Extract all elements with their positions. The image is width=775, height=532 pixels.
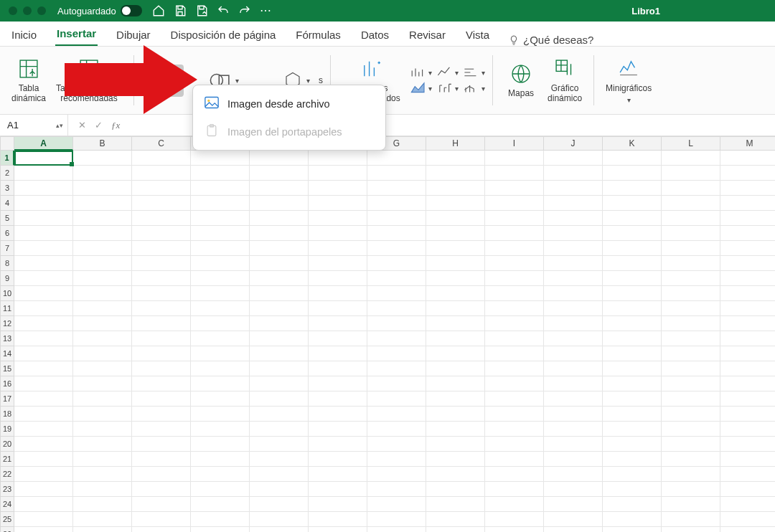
cell[interactable] bbox=[14, 166, 73, 181]
cell[interactable] bbox=[73, 376, 132, 391]
cell[interactable] bbox=[485, 467, 544, 482]
cell[interactable] bbox=[367, 437, 426, 452]
column-header[interactable]: B bbox=[73, 136, 132, 151]
cell[interactable] bbox=[603, 166, 662, 181]
cell[interactable] bbox=[309, 376, 367, 391]
name-box[interactable]: A1 ▴▾ bbox=[0, 115, 68, 136]
cell[interactable] bbox=[250, 527, 309, 532]
minimize-window-icon[interactable] bbox=[23, 6, 32, 15]
cell[interactable] bbox=[132, 226, 191, 241]
cell[interactable] bbox=[720, 331, 775, 346]
cell[interactable] bbox=[191, 241, 250, 256]
cell[interactable] bbox=[191, 376, 250, 391]
cell[interactable] bbox=[73, 391, 132, 407]
cell[interactable] bbox=[720, 407, 775, 422]
cell[interactable] bbox=[309, 391, 367, 407]
cell[interactable] bbox=[191, 407, 250, 422]
cell[interactable] bbox=[250, 241, 309, 256]
cell[interactable] bbox=[73, 497, 132, 512]
cell[interactable] bbox=[250, 151, 309, 166]
cell[interactable] bbox=[485, 497, 544, 512]
cell[interactable] bbox=[73, 286, 132, 301]
cell[interactable] bbox=[544, 346, 603, 361]
cell[interactable] bbox=[309, 181, 367, 196]
cell[interactable] bbox=[603, 361, 662, 376]
cell[interactable] bbox=[720, 166, 775, 181]
cell[interactable] bbox=[720, 422, 775, 437]
cell[interactable] bbox=[485, 391, 544, 407]
cell[interactable] bbox=[720, 437, 775, 452]
cell[interactable] bbox=[603, 316, 662, 331]
cell[interactable] bbox=[132, 151, 191, 166]
cell[interactable] bbox=[73, 241, 132, 256]
cell[interactable] bbox=[544, 316, 603, 331]
cell[interactable] bbox=[720, 196, 775, 211]
cell[interactable] bbox=[367, 346, 426, 361]
cell[interactable] bbox=[603, 181, 662, 196]
cell[interactable] bbox=[544, 482, 603, 497]
cell[interactable] bbox=[132, 256, 191, 271]
cell[interactable] bbox=[603, 407, 662, 422]
statistical-chart-button[interactable]: ▾ bbox=[436, 82, 459, 95]
cell[interactable] bbox=[132, 527, 191, 532]
cell[interactable] bbox=[191, 497, 250, 512]
maps-button[interactable]: Mapas bbox=[500, 59, 542, 102]
tell-me-search[interactable]: ¿Qué deseas? bbox=[508, 34, 593, 46]
tab-vista[interactable]: Vista bbox=[464, 24, 491, 46]
cell[interactable] bbox=[485, 512, 544, 527]
cell[interactable] bbox=[309, 527, 367, 532]
cell[interactable] bbox=[485, 346, 544, 361]
cell[interactable] bbox=[191, 527, 250, 532]
cell[interactable] bbox=[485, 452, 544, 467]
cell[interactable] bbox=[191, 151, 250, 166]
cell[interactable] bbox=[485, 361, 544, 376]
cell[interactable] bbox=[367, 196, 426, 211]
cell[interactable] bbox=[603, 422, 662, 437]
cell[interactable] bbox=[367, 512, 426, 527]
cell[interactable] bbox=[367, 181, 426, 196]
cell[interactable] bbox=[603, 376, 662, 391]
cell[interactable] bbox=[191, 346, 250, 361]
cell[interactable] bbox=[250, 497, 309, 512]
cell[interactable] bbox=[14, 256, 73, 271]
cell[interactable] bbox=[73, 256, 132, 271]
cell[interactable] bbox=[14, 452, 73, 467]
area-chart-button[interactable]: ▾ bbox=[410, 82, 432, 95]
cell[interactable] bbox=[250, 512, 309, 527]
cell[interactable] bbox=[426, 211, 485, 226]
cell[interactable] bbox=[544, 452, 603, 467]
cell[interactable] bbox=[250, 391, 309, 407]
cell[interactable] bbox=[662, 422, 720, 437]
cell[interactable] bbox=[603, 512, 662, 527]
cell[interactable] bbox=[73, 512, 132, 527]
cell[interactable] bbox=[14, 331, 73, 346]
cell[interactable] bbox=[426, 286, 485, 301]
cell[interactable] bbox=[603, 331, 662, 346]
cell[interactable] bbox=[426, 151, 485, 166]
cell[interactable] bbox=[544, 422, 603, 437]
column-chart-button[interactable]: ▾ bbox=[410, 66, 432, 79]
tab-revisar[interactable]: Revisar bbox=[408, 24, 447, 46]
row-header[interactable]: 10 bbox=[0, 286, 14, 301]
cell[interactable] bbox=[132, 497, 191, 512]
cell[interactable] bbox=[73, 181, 132, 196]
save-as-icon[interactable] bbox=[195, 4, 208, 17]
cell[interactable] bbox=[73, 346, 132, 361]
cell[interactable] bbox=[132, 452, 191, 467]
cell[interactable] bbox=[426, 527, 485, 532]
cell[interactable] bbox=[309, 271, 367, 286]
redo-icon[interactable] bbox=[238, 4, 251, 17]
cell[interactable] bbox=[544, 391, 603, 407]
cell[interactable] bbox=[720, 497, 775, 512]
cell[interactable] bbox=[485, 151, 544, 166]
row-header[interactable]: 26 bbox=[0, 527, 14, 532]
cell[interactable] bbox=[544, 497, 603, 512]
row-header[interactable]: 14 bbox=[0, 346, 14, 361]
cell[interactable] bbox=[309, 482, 367, 497]
cell[interactable] bbox=[250, 422, 309, 437]
cell[interactable] bbox=[73, 527, 132, 532]
cell[interactable] bbox=[250, 437, 309, 452]
cell[interactable] bbox=[544, 467, 603, 482]
cell[interactable] bbox=[603, 497, 662, 512]
cell[interactable] bbox=[132, 196, 191, 211]
